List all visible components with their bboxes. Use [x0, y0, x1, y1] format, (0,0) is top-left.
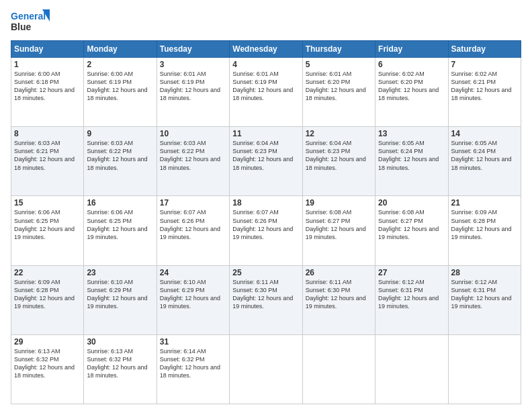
- day-info: Sunrise: 6:10 AMSunset: 6:29 PMDaylight:…: [87, 278, 153, 311]
- day-number: 26: [306, 268, 372, 277]
- day-info: Sunrise: 6:02 AMSunset: 6:20 PMDaylight:…: [378, 70, 445, 103]
- day-header-sunday: Sunday: [11, 41, 84, 58]
- day-number: 28: [451, 268, 518, 277]
- day-info: Sunrise: 6:13 AMSunset: 6:32 PMDaylight:…: [14, 347, 81, 380]
- day-number: 29: [14, 337, 81, 347]
- day-info: Sunrise: 6:01 AMSunset: 6:19 PMDaylight:…: [160, 70, 226, 103]
- calendar-cell: [375, 334, 448, 404]
- day-number: 30: [87, 337, 153, 347]
- calendar-cell: 5Sunrise: 6:01 AMSunset: 6:20 PMDaylight…: [302, 58, 375, 127]
- day-number: 3: [160, 60, 226, 69]
- day-number: 1: [14, 60, 81, 69]
- day-info: Sunrise: 6:02 AMSunset: 6:21 PMDaylight:…: [451, 70, 518, 103]
- calendar-cell: 13Sunrise: 6:05 AMSunset: 6:24 PMDayligh…: [375, 127, 448, 196]
- header: GeneralBlue: [11, 8, 521, 35]
- calendar-cell: 8Sunrise: 6:03 AMSunset: 6:21 PMDaylight…: [11, 127, 84, 196]
- day-number: 14: [451, 129, 518, 138]
- day-info: Sunrise: 6:11 AMSunset: 6:30 PMDaylight:…: [232, 278, 299, 311]
- calendar-cell: 19Sunrise: 6:08 AMSunset: 6:27 PMDayligh…: [302, 196, 375, 265]
- day-info: Sunrise: 6:13 AMSunset: 6:32 PMDaylight:…: [87, 347, 153, 380]
- day-header-monday: Monday: [84, 41, 157, 58]
- calendar-cell: [302, 334, 375, 404]
- calendar-cell: 11Sunrise: 6:04 AMSunset: 6:23 PMDayligh…: [230, 127, 302, 196]
- day-number: 4: [232, 60, 299, 69]
- week-row-4: 22Sunrise: 6:09 AMSunset: 6:28 PMDayligh…: [11, 265, 521, 334]
- day-number: 5: [306, 60, 372, 69]
- svg-text:General: General: [11, 11, 46, 21]
- day-number: 10: [160, 129, 226, 138]
- calendar-cell: 10Sunrise: 6:03 AMSunset: 6:22 PMDayligh…: [157, 127, 229, 196]
- logo: GeneralBlue: [11, 8, 51, 35]
- calendar-cell: 30Sunrise: 6:13 AMSunset: 6:32 PMDayligh…: [84, 334, 157, 404]
- calendar-cell: 3Sunrise: 6:01 AMSunset: 6:19 PMDaylight…: [157, 58, 229, 127]
- calendar-cell: 28Sunrise: 6:12 AMSunset: 6:31 PMDayligh…: [448, 265, 521, 334]
- day-header-thursday: Thursday: [302, 41, 375, 58]
- day-number: 6: [378, 60, 445, 69]
- calendar-cell: 21Sunrise: 6:09 AMSunset: 6:28 PMDayligh…: [448, 196, 521, 265]
- calendar-cell: 15Sunrise: 6:06 AMSunset: 6:25 PMDayligh…: [11, 196, 84, 265]
- day-header-friday: Friday: [375, 41, 448, 58]
- day-number: 18: [232, 198, 299, 208]
- day-info: Sunrise: 6:07 AMSunset: 6:26 PMDaylight:…: [232, 208, 299, 241]
- day-info: Sunrise: 6:00 AMSunset: 6:19 PMDaylight:…: [87, 70, 153, 103]
- day-number: 9: [87, 129, 153, 138]
- calendar-cell: 31Sunrise: 6:14 AMSunset: 6:32 PMDayligh…: [157, 334, 229, 404]
- week-row-3: 15Sunrise: 6:06 AMSunset: 6:25 PMDayligh…: [11, 196, 521, 265]
- day-number: 7: [451, 60, 518, 69]
- calendar-cell: 17Sunrise: 6:07 AMSunset: 6:26 PMDayligh…: [157, 196, 229, 265]
- day-number: 16: [87, 198, 153, 208]
- calendar-cell: 23Sunrise: 6:10 AMSunset: 6:29 PMDayligh…: [84, 265, 157, 334]
- calendar-cell: [448, 334, 521, 404]
- day-info: Sunrise: 6:12 AMSunset: 6:31 PMDaylight:…: [378, 278, 445, 311]
- day-info: Sunrise: 6:04 AMSunset: 6:23 PMDaylight:…: [232, 139, 299, 172]
- calendar-cell: 1Sunrise: 6:00 AMSunset: 6:18 PMDaylight…: [11, 58, 84, 127]
- logo-svg: GeneralBlue: [11, 8, 51, 35]
- calendar-cell: 26Sunrise: 6:11 AMSunset: 6:30 PMDayligh…: [302, 265, 375, 334]
- day-number: 24: [160, 268, 226, 277]
- week-row-5: 29Sunrise: 6:13 AMSunset: 6:32 PMDayligh…: [11, 334, 521, 404]
- calendar-cell: 4Sunrise: 6:01 AMSunset: 6:19 PMDaylight…: [230, 58, 302, 127]
- calendar-cell: 24Sunrise: 6:10 AMSunset: 6:29 PMDayligh…: [157, 265, 229, 334]
- day-info: Sunrise: 6:09 AMSunset: 6:28 PMDaylight:…: [451, 208, 518, 241]
- day-number: 31: [160, 337, 226, 347]
- calendar-cell: 16Sunrise: 6:06 AMSunset: 6:25 PMDayligh…: [84, 196, 157, 265]
- calendar-header-row: SundayMondayTuesdayWednesdayThursdayFrid…: [11, 41, 521, 58]
- week-row-1: 1Sunrise: 6:00 AMSunset: 6:18 PMDaylight…: [11, 58, 521, 127]
- day-info: Sunrise: 6:04 AMSunset: 6:23 PMDaylight:…: [306, 139, 372, 172]
- day-number: 25: [232, 268, 299, 277]
- day-info: Sunrise: 6:06 AMSunset: 6:25 PMDaylight:…: [14, 208, 81, 241]
- calendar-cell: 22Sunrise: 6:09 AMSunset: 6:28 PMDayligh…: [11, 265, 84, 334]
- calendar-cell: 25Sunrise: 6:11 AMSunset: 6:30 PMDayligh…: [230, 265, 302, 334]
- day-number: 23: [87, 268, 153, 277]
- day-number: 22: [14, 268, 81, 277]
- day-info: Sunrise: 6:12 AMSunset: 6:31 PMDaylight:…: [451, 278, 518, 311]
- day-number: 11: [232, 129, 299, 138]
- day-number: 20: [378, 198, 445, 208]
- day-info: Sunrise: 6:05 AMSunset: 6:24 PMDaylight:…: [378, 139, 445, 172]
- day-number: 12: [306, 129, 372, 138]
- day-info: Sunrise: 6:11 AMSunset: 6:30 PMDaylight:…: [306, 278, 372, 311]
- day-info: Sunrise: 6:09 AMSunset: 6:28 PMDaylight:…: [14, 278, 81, 311]
- day-info: Sunrise: 6:01 AMSunset: 6:20 PMDaylight:…: [306, 70, 372, 103]
- calendar-cell: 20Sunrise: 6:08 AMSunset: 6:27 PMDayligh…: [375, 196, 448, 265]
- calendar-cell: 27Sunrise: 6:12 AMSunset: 6:31 PMDayligh…: [375, 265, 448, 334]
- day-info: Sunrise: 6:00 AMSunset: 6:18 PMDaylight:…: [14, 70, 81, 103]
- calendar-cell: 2Sunrise: 6:00 AMSunset: 6:19 PMDaylight…: [84, 58, 157, 127]
- calendar-cell: 18Sunrise: 6:07 AMSunset: 6:26 PMDayligh…: [230, 196, 302, 265]
- day-number: 27: [378, 268, 445, 277]
- day-info: Sunrise: 6:08 AMSunset: 6:27 PMDaylight:…: [378, 208, 445, 241]
- calendar-cell: 14Sunrise: 6:05 AMSunset: 6:24 PMDayligh…: [448, 127, 521, 196]
- day-info: Sunrise: 6:05 AMSunset: 6:24 PMDaylight:…: [451, 139, 518, 172]
- calendar-cell: 12Sunrise: 6:04 AMSunset: 6:23 PMDayligh…: [302, 127, 375, 196]
- day-number: 21: [451, 198, 518, 208]
- day-info: Sunrise: 6:06 AMSunset: 6:25 PMDaylight:…: [87, 208, 153, 241]
- day-header-tuesday: Tuesday: [157, 41, 229, 58]
- day-info: Sunrise: 6:03 AMSunset: 6:22 PMDaylight:…: [160, 139, 226, 172]
- calendar: SundayMondayTuesdayWednesdayThursdayFrid…: [11, 40, 521, 404]
- calendar-cell: 7Sunrise: 6:02 AMSunset: 6:21 PMDaylight…: [448, 58, 521, 127]
- day-number: 19: [306, 198, 372, 208]
- calendar-body: 1Sunrise: 6:00 AMSunset: 6:18 PMDaylight…: [11, 58, 521, 404]
- calendar-cell: 6Sunrise: 6:02 AMSunset: 6:20 PMDaylight…: [375, 58, 448, 127]
- day-info: Sunrise: 6:03 AMSunset: 6:21 PMDaylight:…: [14, 139, 81, 172]
- day-info: Sunrise: 6:14 AMSunset: 6:32 PMDaylight:…: [160, 347, 226, 380]
